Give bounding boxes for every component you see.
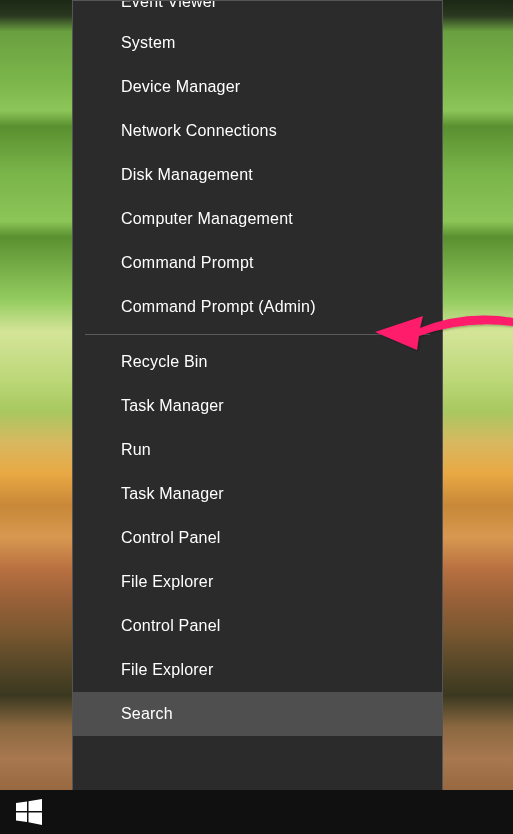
- menu-item-task-manager[interactable]: Task Manager: [73, 384, 442, 428]
- menu-item-event-viewer[interactable]: Event Viewer: [73, 1, 442, 21]
- taskbar: [0, 790, 513, 834]
- menu-separator: [85, 334, 430, 335]
- menu-item-device-manager[interactable]: Device Manager: [73, 65, 442, 109]
- menu-item-command-prompt-admin[interactable]: Command Prompt (Admin): [73, 285, 442, 329]
- menu-item-recycle-bin[interactable]: Recycle Bin: [73, 340, 442, 384]
- menu-item-file-explorer-2[interactable]: File Explorer: [73, 648, 442, 692]
- menu-item-search[interactable]: Search: [73, 692, 442, 736]
- menu-item-command-prompt[interactable]: Command Prompt: [73, 241, 442, 285]
- menu-item-control-panel[interactable]: Control Panel: [73, 516, 442, 560]
- start-button[interactable]: [0, 790, 58, 834]
- menu-item-file-explorer[interactable]: File Explorer: [73, 560, 442, 604]
- menu-item-computer-management[interactable]: Computer Management: [73, 197, 442, 241]
- menu-item-network-connections[interactable]: Network Connections: [73, 109, 442, 153]
- menu-item-control-panel-2[interactable]: Control Panel: [73, 604, 442, 648]
- menu-item-task-manager-2[interactable]: Task Manager: [73, 472, 442, 516]
- winx-menu: Event Viewer System Device Manager Netwo…: [72, 0, 443, 830]
- menu-item-system[interactable]: System: [73, 21, 442, 65]
- menu-item-disk-management[interactable]: Disk Management: [73, 153, 442, 197]
- menu-scroll-area: Event Viewer System Device Manager Netwo…: [73, 1, 442, 799]
- windows-logo-icon: [16, 799, 42, 825]
- menu-item-run[interactable]: Run: [73, 428, 442, 472]
